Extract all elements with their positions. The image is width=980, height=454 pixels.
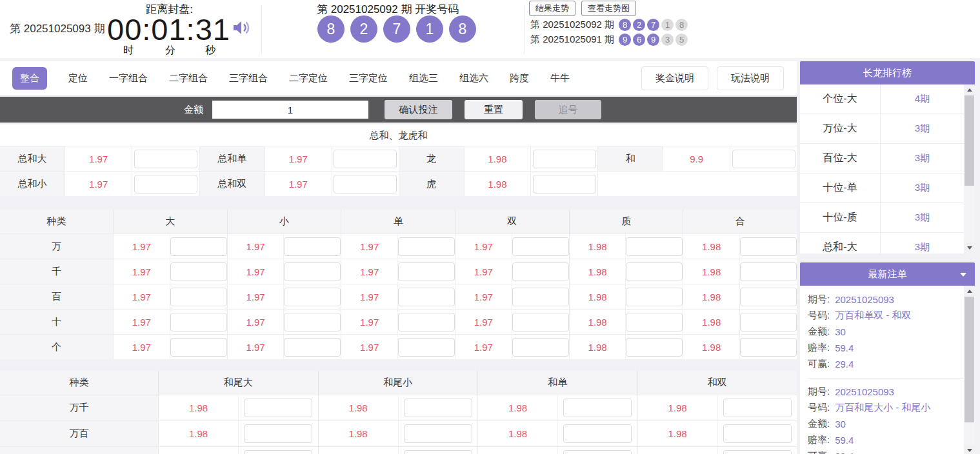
bet-amount-input[interactable] [563, 424, 632, 443]
bet-cell: 1.98 [318, 447, 478, 454]
play-mode-tab[interactable]: 一字组合 [109, 72, 148, 84]
bet-amount-input[interactable] [512, 313, 569, 331]
bet-cell: 1.97 [227, 335, 341, 359]
bet-cell: 1.98 [637, 421, 797, 446]
bet-amount-input[interactable] [170, 288, 227, 306]
play-mode-tab[interactable]: 二字定位 [289, 72, 328, 84]
recent-issue-label: 第 20251025091 期 [530, 34, 614, 46]
bet-amount-input[interactable] [334, 175, 397, 193]
view-trend-chart-button[interactable]: 查看走势图 [581, 1, 636, 16]
collapse-arrow-icon[interactable] [960, 273, 966, 277]
bet-amount-input[interactable] [398, 262, 455, 281]
bet-amount-input[interactable] [244, 450, 312, 454]
bet-amount-input[interactable] [170, 262, 227, 281]
confirm-bet-button[interactable]: 确认投注 [385, 100, 452, 119]
bet-amount-input[interactable] [244, 424, 312, 443]
play-mode-tab[interactable]: 组选六 [459, 72, 488, 84]
order-amount: 30 [835, 326, 846, 337]
scrollbar-thumb[interactable] [965, 95, 974, 186]
scroll-down-arrow[interactable] [964, 242, 975, 253]
play-mode-tab[interactable]: 三字定位 [349, 72, 388, 84]
bet-amount-input[interactable] [404, 450, 472, 454]
bet-amount-input[interactable] [170, 237, 227, 256]
bet-amount-input[interactable] [563, 450, 632, 454]
bet-amount-input[interactable] [533, 175, 596, 193]
odds-value: 1.98 [638, 447, 717, 454]
bet-cell: 1.98 [158, 447, 318, 454]
bet-amount-input[interactable] [398, 288, 455, 306]
bet-amount-input[interactable] [626, 338, 683, 357]
bet-amount-input[interactable] [740, 313, 797, 331]
bet-amount-input[interactable] [512, 262, 569, 281]
column-header: 小 [227, 210, 341, 233]
odds-value: 1.97 [228, 310, 284, 334]
play-mode-tab[interactable]: 跨度 [510, 72, 529, 84]
play-mode-tab[interactable]: 三字组合 [229, 72, 268, 84]
bet-amount-input[interactable] [134, 175, 197, 193]
amount-input[interactable] [212, 101, 368, 119]
odds-value: 1.98 [464, 172, 531, 196]
bet-amount-bar: 金额 确认投注 重置 追号 [0, 97, 797, 123]
reset-button[interactable]: 重置 [465, 100, 523, 119]
unit-minute-label: 分 [165, 44, 175, 57]
play-mode-tab[interactable]: 定位 [68, 72, 88, 84]
bet-amount-input[interactable] [723, 424, 792, 443]
scroll-up-arrow[interactable] [964, 286, 975, 297]
play-mode-tab[interactable]: 组选三 [409, 72, 438, 84]
bet-amount-input[interactable] [244, 399, 312, 417]
odds-value: 1.97 [65, 146, 132, 171]
bet-amount-input[interactable] [284, 288, 341, 306]
bet-amount-input[interactable] [626, 237, 683, 256]
bet-amount-input[interactable] [404, 399, 472, 417]
rules-info-button[interactable]: 玩法说明 [717, 66, 784, 90]
bet-amount-input[interactable] [404, 424, 472, 443]
orders-scrollbar[interactable] [964, 286, 975, 454]
bet-amount-input[interactable] [398, 313, 455, 331]
bet-amount-input[interactable] [134, 150, 197, 168]
result-trend-button[interactable]: 结果走势 [529, 1, 575, 16]
play-mode-tab[interactable]: 整合 [12, 67, 47, 90]
bet-amount-input[interactable] [170, 313, 227, 331]
bet-amount-input[interactable] [512, 338, 569, 357]
bet-amount-input[interactable] [626, 262, 683, 281]
bet-amount-input[interactable] [512, 237, 569, 256]
bet-amount-input[interactable] [740, 338, 797, 357]
streak-scrollbar[interactable] [964, 84, 975, 253]
order-entry: 期号:20251025093 号码:万百和单双 - 和双 金额:30 赔率:59… [808, 291, 964, 378]
bet-amount-input[interactable] [170, 338, 227, 357]
odds-value: 1.98 [683, 284, 739, 309]
bet-amount-input[interactable] [626, 288, 683, 306]
bet-amount-input[interactable] [723, 450, 792, 454]
bet-amount-input[interactable] [512, 288, 569, 306]
bet-amount-input[interactable] [626, 313, 683, 331]
bet-amount-input[interactable] [740, 288, 797, 306]
scroll-down-arrow[interactable] [964, 445, 975, 454]
bet-amount-input[interactable] [740, 262, 797, 281]
chase-number-button[interactable]: 追号 [535, 100, 601, 119]
table-row: 万十 1.98 1.98 1.98 1.98 [0, 446, 797, 454]
streak-count: 3期 [881, 173, 964, 202]
streak-item: 个位-大 4期 [800, 84, 964, 114]
bonus-info-button[interactable]: 奖金说明 [641, 66, 708, 90]
play-mode-tab[interactable]: 牛牛 [550, 72, 570, 84]
play-mode-tab[interactable]: 二字组合 [169, 72, 208, 84]
scroll-up-arrow[interactable] [964, 84, 975, 95]
bet-amount-input[interactable] [398, 237, 455, 256]
bet-amount-input[interactable] [732, 150, 795, 168]
column-header: 种类 [0, 210, 113, 233]
bet-type-label [598, 172, 663, 196]
scrollbar-thumb[interactable] [965, 297, 974, 422]
streak-name: 万位-大 [800, 114, 881, 143]
bet-amount-input[interactable] [284, 338, 341, 357]
bet-amount-input[interactable] [284, 262, 341, 281]
bet-amount-input[interactable] [334, 150, 397, 168]
bet-amount-input[interactable] [740, 237, 797, 256]
bet-amount-input[interactable] [284, 313, 341, 331]
speaker-icon[interactable] [231, 17, 252, 41]
bet-cell: 1.97 [455, 310, 569, 334]
bet-amount-input[interactable] [723, 399, 792, 417]
bet-amount-input[interactable] [563, 399, 632, 417]
bet-amount-input[interactable] [284, 237, 341, 256]
bet-amount-input[interactable] [398, 338, 455, 357]
bet-amount-input[interactable] [533, 150, 596, 168]
